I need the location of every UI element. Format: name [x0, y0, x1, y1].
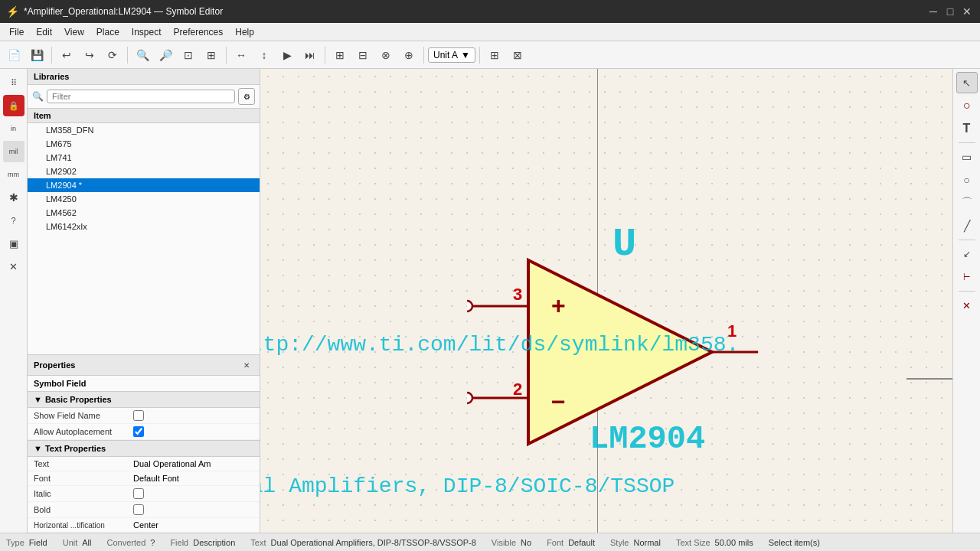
cursor-button[interactable]: ↖ [956, 72, 978, 93]
save-button[interactable]: 💾 [26, 44, 47, 66]
filter-button[interactable]: ⚙ [238, 88, 255, 105]
text-size-label: Text Size [676, 538, 710, 547]
text-status-value: Dual Operational Amplifiers, DIP-8/TSSOP… [270, 538, 475, 547]
menu-edit[interactable]: Edit [30, 25, 58, 39]
symbol-button[interactable]: ▣ [3, 233, 24, 254]
delete-button[interactable]: ✕ [956, 295, 978, 316]
sync-button[interactable]: ⊕ [398, 44, 420, 66]
lib-item-lm2902[interactable]: LM2902 [28, 165, 260, 178]
toolbar-sep-3 [226, 47, 227, 64]
help-button[interactable]: ? [3, 210, 24, 231]
toolbar-sep-6 [479, 47, 480, 64]
refresh-button[interactable]: ⟳ [102, 44, 123, 66]
properties-close-button[interactable]: ✕ [240, 358, 253, 372]
bold-checkbox[interactable] [133, 504, 144, 515]
unit-mil-button[interactable]: mil [3, 141, 24, 162]
unit-in-button[interactable]: in [3, 118, 24, 139]
rect-button[interactable]: ▭ [956, 146, 978, 168]
type-label: Type [6, 538, 24, 547]
left-panel: Libraries 🔍 ⚙ Item LM358_DFN LM675 LM741… [28, 69, 260, 533]
grid-button[interactable]: ⠿ [3, 72, 24, 93]
lib-item-lm4562[interactable]: LM4562 [28, 206, 260, 220]
status-type: Type Field [6, 538, 47, 547]
lib-item-lm675[interactable]: LM675 [28, 137, 260, 151]
redo-button[interactable]: ↪ [79, 44, 100, 66]
text-properties-arrow: ▼ [34, 444, 42, 453]
status-visible: Visible No [492, 538, 531, 547]
table-button[interactable]: ⊞ [329, 44, 351, 66]
close-button[interactable]: ✕ [960, 5, 974, 18]
zoom-out-button[interactable]: 🔍 [132, 44, 153, 66]
basic-properties-header[interactable]: ▼ Basic Properties [28, 391, 260, 408]
pin-lock-button[interactable]: 🔒 [3, 95, 24, 116]
text-size-value: 50.00 mils [715, 538, 753, 547]
toolbar-sep-4 [325, 47, 325, 64]
diff-button[interactable]: ⊗ [375, 44, 397, 66]
field-label: Field [170, 538, 188, 547]
lib-item-lm741[interactable]: LM741 [28, 151, 260, 165]
line-button[interactable]: ╱ [956, 215, 978, 236]
delete-sym-button[interactable]: ✕ [3, 256, 24, 277]
pin-button[interactable]: ✱ [3, 187, 24, 208]
import-pin-button[interactable]: ↙ [956, 243, 978, 265]
bold-row: Bold [28, 502, 260, 518]
status-style: Style Normal [610, 538, 661, 547]
new-button[interactable]: 📄 [3, 44, 24, 66]
search-input[interactable] [47, 90, 235, 103]
lib-item-lm4250[interactable]: LM4250 [28, 192, 260, 206]
svg-text:−: − [551, 388, 566, 416]
select-label: Select item(s) [769, 538, 820, 547]
h-justify-value: Center [133, 520, 253, 530]
text-value: Dual Operational Am [133, 459, 253, 468]
allow-autoplacement-checkbox[interactable] [133, 426, 144, 437]
window-title: *Amplifier_Operational:LM2904 — Symbol E… [24, 6, 223, 17]
arc-button[interactable]: ⌒ [956, 192, 978, 214]
netlabel-button[interactable]: ⊞ [484, 44, 505, 66]
search-icon: 🔍 [32, 91, 44, 102]
menu-help[interactable]: Help [229, 25, 260, 39]
lib-item-lm6142xlx[interactable]: LM6142xIx [28, 220, 260, 233]
show-field-name-checkbox[interactable] [133, 410, 144, 421]
netinspect-button[interactable]: ⊠ [507, 44, 528, 66]
minimize-button[interactable]: ─ [926, 5, 940, 18]
add-symbol-button[interactable]: ○ [956, 95, 978, 116]
undo-button[interactable]: ↩ [56, 44, 77, 66]
zoom-fit-button[interactable]: ⊡ [178, 44, 199, 66]
text-properties-header[interactable]: ▼ Text Properties [28, 440, 260, 457]
flip-v-button[interactable]: ↕ [253, 44, 275, 66]
status-unit: Unit All [63, 538, 92, 547]
unit-selector[interactable]: Unit A ▼ [428, 47, 475, 63]
menu-place[interactable]: Place [90, 25, 126, 39]
field-value: Description [193, 538, 235, 547]
properties-header: Properties ✕ [28, 355, 260, 376]
left-toolbar: ⠿ 🔒 in mil mm ✱ ? ▣ ✕ [0, 69, 28, 533]
run-all-button[interactable]: ⏭ [299, 44, 321, 66]
item-header-label: Item [34, 111, 51, 120]
run-button[interactable]: ▶ [276, 44, 298, 66]
menu-view[interactable]: View [58, 25, 90, 39]
maximize-button[interactable]: □ [943, 5, 957, 18]
bold-label: Bold [34, 505, 133, 514]
menu-file[interactable]: File [3, 25, 30, 39]
text-button[interactable]: T [956, 118, 978, 139]
menu-preferences[interactable]: Preferences [168, 25, 230, 39]
menu-inspect[interactable]: Inspect [126, 25, 168, 39]
basic-properties-arrow: ▼ [34, 395, 42, 404]
pin-table-button[interactable]: ⊟ [352, 44, 374, 66]
flip-h-button[interactable]: ↔ [230, 44, 252, 66]
canvas-area[interactable]: U + − 3 1 2 [260, 69, 952, 533]
status-text-size: Text Size 50.00 mils [676, 538, 753, 547]
lib-item-lm358dfn[interactable]: LM358_DFN [28, 123, 260, 137]
unit-mm-button[interactable]: mm [3, 164, 24, 185]
titlebar-controls: ─ □ ✕ [926, 5, 974, 18]
h-justify-label: Horizontal ...tification [34, 521, 133, 530]
font-status-value: Default [568, 538, 595, 547]
circle-button[interactable]: ○ [956, 169, 978, 191]
status-converted: Converted ? [107, 538, 155, 547]
zoom-full-button[interactable]: ⊞ [201, 44, 222, 66]
lib-item-lm2904[interactable]: LM2904 * [28, 178, 260, 192]
unit-label: Unit [63, 538, 78, 547]
pin-import-button[interactable]: ⊢ [956, 266, 978, 288]
zoom-in-button[interactable]: 🔎 [155, 44, 176, 66]
italic-checkbox[interactable] [133, 488, 144, 499]
